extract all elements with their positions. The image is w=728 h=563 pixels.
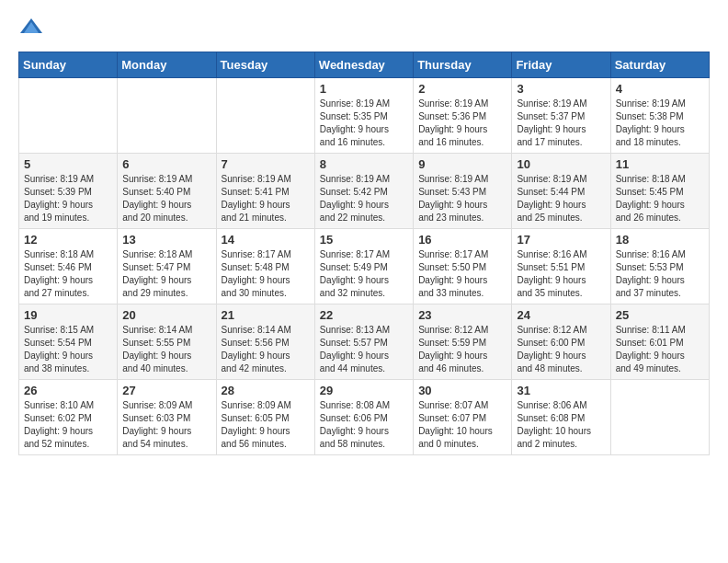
calendar-cell bbox=[19, 78, 118, 154]
day-info: Sunrise: 8:19 AM Sunset: 5:43 PM Dayligh… bbox=[418, 173, 506, 224]
weekday-header-tuesday: Tuesday bbox=[216, 52, 314, 78]
day-info: Sunrise: 8:12 AM Sunset: 6:00 PM Dayligh… bbox=[517, 324, 605, 375]
calendar-cell: 21Sunrise: 8:14 AM Sunset: 5:56 PM Dayli… bbox=[216, 304, 314, 380]
day-info: Sunrise: 8:19 AM Sunset: 5:38 PM Dayligh… bbox=[616, 98, 704, 149]
weekday-header-row: SundayMondayTuesdayWednesdayThursdayFrid… bbox=[19, 52, 710, 78]
calendar-cell: 8Sunrise: 8:19 AM Sunset: 5:42 PM Daylig… bbox=[314, 154, 413, 229]
day-number: 11 bbox=[616, 157, 704, 171]
calendar-week-4: 19Sunrise: 8:15 AM Sunset: 5:54 PM Dayli… bbox=[19, 304, 710, 380]
calendar-cell: 11Sunrise: 8:18 AM Sunset: 5:45 PM Dayli… bbox=[610, 154, 709, 229]
day-number: 5 bbox=[24, 157, 112, 171]
calendar-cell: 26Sunrise: 8:10 AM Sunset: 6:02 PM Dayli… bbox=[19, 380, 118, 455]
calendar-cell: 20Sunrise: 8:14 AM Sunset: 5:55 PM Dayli… bbox=[118, 304, 216, 380]
calendar-cell: 22Sunrise: 8:13 AM Sunset: 5:57 PM Dayli… bbox=[314, 304, 413, 380]
day-info: Sunrise: 8:18 AM Sunset: 5:47 PM Dayligh… bbox=[122, 248, 210, 300]
calendar-week-1: 1Sunrise: 8:19 AM Sunset: 5:35 PM Daylig… bbox=[19, 78, 710, 154]
calendar-cell: 16Sunrise: 8:17 AM Sunset: 5:50 PM Dayli… bbox=[414, 229, 512, 304]
calendar-cell: 2Sunrise: 8:19 AM Sunset: 5:36 PM Daylig… bbox=[414, 78, 512, 154]
day-number: 9 bbox=[418, 157, 506, 171]
weekday-header-monday: Monday bbox=[118, 52, 216, 78]
calendar-week-3: 12Sunrise: 8:18 AM Sunset: 5:46 PM Dayli… bbox=[19, 229, 710, 304]
day-info: Sunrise: 8:18 AM Sunset: 5:46 PM Dayligh… bbox=[24, 248, 112, 300]
calendar-cell: 7Sunrise: 8:19 AM Sunset: 5:41 PM Daylig… bbox=[216, 154, 314, 229]
calendar-week-5: 26Sunrise: 8:10 AM Sunset: 6:02 PM Dayli… bbox=[19, 380, 710, 455]
logo-icon bbox=[18, 15, 44, 40]
page: SundayMondayTuesdayWednesdayThursdayFrid… bbox=[0, 0, 728, 474]
day-info: Sunrise: 8:16 AM Sunset: 5:53 PM Dayligh… bbox=[616, 248, 704, 300]
day-number: 20 bbox=[122, 308, 210, 322]
calendar-cell: 10Sunrise: 8:19 AM Sunset: 5:44 PM Dayli… bbox=[512, 154, 610, 229]
day-info: Sunrise: 8:17 AM Sunset: 5:49 PM Dayligh… bbox=[320, 248, 408, 300]
day-info: Sunrise: 8:18 AM Sunset: 5:45 PM Dayligh… bbox=[616, 173, 704, 224]
calendar-cell: 6Sunrise: 8:19 AM Sunset: 5:40 PM Daylig… bbox=[118, 154, 216, 229]
day-number: 16 bbox=[418, 233, 506, 247]
day-info: Sunrise: 8:16 AM Sunset: 5:51 PM Dayligh… bbox=[517, 248, 605, 300]
day-info: Sunrise: 8:19 AM Sunset: 5:42 PM Dayligh… bbox=[320, 173, 408, 224]
day-number: 12 bbox=[24, 233, 112, 247]
day-info: Sunrise: 8:14 AM Sunset: 5:55 PM Dayligh… bbox=[122, 324, 210, 375]
day-number: 28 bbox=[222, 384, 310, 397]
day-info: Sunrise: 8:06 AM Sunset: 6:08 PM Dayligh… bbox=[517, 399, 605, 451]
day-number: 26 bbox=[24, 384, 112, 397]
day-info: Sunrise: 8:19 AM Sunset: 5:35 PM Dayligh… bbox=[320, 98, 408, 149]
day-info: Sunrise: 8:12 AM Sunset: 5:59 PM Dayligh… bbox=[418, 324, 506, 375]
day-info: Sunrise: 8:17 AM Sunset: 5:50 PM Dayligh… bbox=[418, 248, 506, 300]
day-info: Sunrise: 8:10 AM Sunset: 6:02 PM Dayligh… bbox=[24, 399, 112, 451]
day-info: Sunrise: 8:13 AM Sunset: 5:57 PM Dayligh… bbox=[320, 324, 408, 375]
day-number: 23 bbox=[418, 308, 506, 322]
calendar-cell: 18Sunrise: 8:16 AM Sunset: 5:53 PM Dayli… bbox=[610, 229, 709, 304]
calendar-cell: 24Sunrise: 8:12 AM Sunset: 6:00 PM Dayli… bbox=[512, 304, 610, 380]
day-info: Sunrise: 8:19 AM Sunset: 5:40 PM Dayligh… bbox=[122, 173, 210, 224]
day-info: Sunrise: 8:19 AM Sunset: 5:44 PM Dayligh… bbox=[517, 173, 605, 224]
day-number: 25 bbox=[616, 308, 704, 322]
weekday-header-saturday: Saturday bbox=[610, 52, 709, 78]
day-info: Sunrise: 8:15 AM Sunset: 5:54 PM Dayligh… bbox=[24, 324, 112, 375]
calendar-week-2: 5Sunrise: 8:19 AM Sunset: 5:39 PM Daylig… bbox=[19, 154, 710, 229]
day-number: 31 bbox=[517, 384, 605, 397]
day-number: 29 bbox=[320, 384, 408, 397]
day-info: Sunrise: 8:08 AM Sunset: 6:06 PM Dayligh… bbox=[320, 399, 408, 451]
calendar-cell: 30Sunrise: 8:07 AM Sunset: 6:07 PM Dayli… bbox=[414, 380, 512, 455]
day-number: 2 bbox=[418, 82, 506, 96]
weekday-header-wednesday: Wednesday bbox=[314, 52, 413, 78]
calendar-cell: 4Sunrise: 8:19 AM Sunset: 5:38 PM Daylig… bbox=[610, 78, 709, 154]
day-number: 18 bbox=[616, 233, 704, 247]
day-number: 21 bbox=[222, 308, 310, 322]
calendar-cell: 15Sunrise: 8:17 AM Sunset: 5:49 PM Dayli… bbox=[314, 229, 413, 304]
day-number: 3 bbox=[517, 82, 605, 96]
calendar-cell: 17Sunrise: 8:16 AM Sunset: 5:51 PM Dayli… bbox=[512, 229, 610, 304]
day-info: Sunrise: 8:09 AM Sunset: 6:05 PM Dayligh… bbox=[222, 399, 310, 451]
day-number: 24 bbox=[517, 308, 605, 322]
calendar-cell: 1Sunrise: 8:19 AM Sunset: 5:35 PM Daylig… bbox=[314, 78, 413, 154]
day-number: 13 bbox=[122, 233, 210, 247]
calendar-cell: 14Sunrise: 8:17 AM Sunset: 5:48 PM Dayli… bbox=[216, 229, 314, 304]
day-info: Sunrise: 8:09 AM Sunset: 6:03 PM Dayligh… bbox=[122, 399, 210, 451]
calendar-cell: 29Sunrise: 8:08 AM Sunset: 6:06 PM Dayli… bbox=[314, 380, 413, 455]
day-number: 15 bbox=[320, 233, 408, 247]
calendar-cell: 23Sunrise: 8:12 AM Sunset: 5:59 PM Dayli… bbox=[414, 304, 512, 380]
calendar-cell bbox=[216, 78, 314, 154]
day-info: Sunrise: 8:17 AM Sunset: 5:48 PM Dayligh… bbox=[222, 248, 310, 300]
day-info: Sunrise: 8:19 AM Sunset: 5:37 PM Dayligh… bbox=[517, 98, 605, 149]
day-number: 17 bbox=[517, 233, 605, 247]
day-number: 7 bbox=[222, 157, 310, 171]
calendar-cell: 13Sunrise: 8:18 AM Sunset: 5:47 PM Dayli… bbox=[118, 229, 216, 304]
calendar-cell: 19Sunrise: 8:15 AM Sunset: 5:54 PM Dayli… bbox=[19, 304, 118, 380]
calendar-table: SundayMondayTuesdayWednesdayThursdayFrid… bbox=[18, 52, 710, 455]
day-number: 6 bbox=[122, 157, 210, 171]
calendar-cell: 31Sunrise: 8:06 AM Sunset: 6:08 PM Dayli… bbox=[512, 380, 610, 455]
weekday-header-friday: Friday bbox=[512, 52, 610, 78]
day-info: Sunrise: 8:14 AM Sunset: 5:56 PM Dayligh… bbox=[222, 324, 310, 375]
day-number: 1 bbox=[320, 82, 408, 96]
day-info: Sunrise: 8:07 AM Sunset: 6:07 PM Dayligh… bbox=[418, 399, 506, 451]
calendar-cell: 9Sunrise: 8:19 AM Sunset: 5:43 PM Daylig… bbox=[414, 154, 512, 229]
day-number: 19 bbox=[24, 308, 112, 322]
logo bbox=[18, 15, 48, 40]
calendar-cell: 27Sunrise: 8:09 AM Sunset: 6:03 PM Dayli… bbox=[118, 380, 216, 455]
day-info: Sunrise: 8:19 AM Sunset: 5:36 PM Dayligh… bbox=[418, 98, 506, 149]
weekday-header-thursday: Thursday bbox=[414, 52, 512, 78]
day-info: Sunrise: 8:19 AM Sunset: 5:39 PM Dayligh… bbox=[24, 173, 112, 224]
day-number: 27 bbox=[122, 384, 210, 397]
calendar-cell: 3Sunrise: 8:19 AM Sunset: 5:37 PM Daylig… bbox=[512, 78, 610, 154]
calendar-cell bbox=[610, 380, 709, 455]
